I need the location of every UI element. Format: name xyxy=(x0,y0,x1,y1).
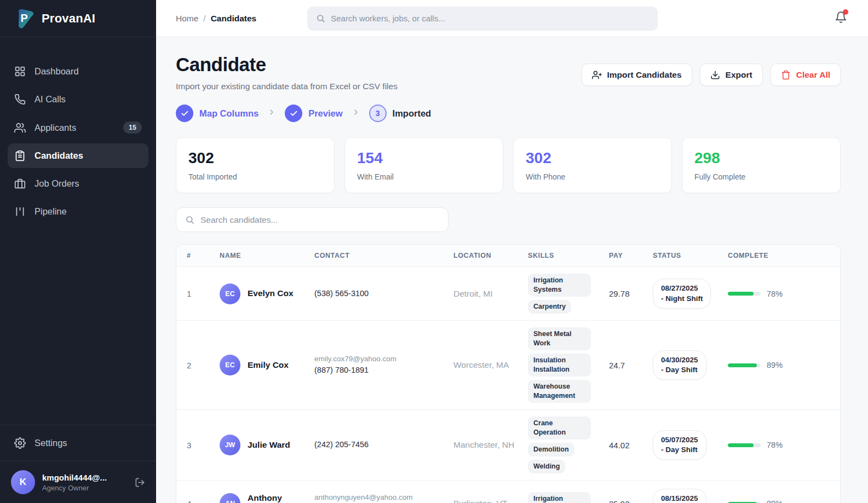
sidebar-item-settings[interactable]: Settings xyxy=(8,431,148,455)
step-check-circle xyxy=(285,105,302,122)
skill-pill: Warehouse Management xyxy=(528,380,591,403)
candidate-search xyxy=(176,207,449,232)
chevron-right-icon xyxy=(267,108,276,119)
import-candidates-button[interactable]: Import Candidates xyxy=(582,63,692,86)
candidates-table: # NAME CONTACT LOCATION SKILLS PAY STATU… xyxy=(176,244,841,503)
col-header-contact: CONTACT xyxy=(314,245,453,267)
sidebar: P ProvanAI Dashboard AI Calls Applicants… xyxy=(0,0,156,503)
sidebar-item-applicants[interactable]: Applicants 15 xyxy=(8,115,148,140)
avatar: AN xyxy=(220,493,240,503)
skill-pill: Insulation Installation xyxy=(528,354,591,377)
status-shift: - Night Shift xyxy=(661,294,703,303)
page-title-block: Candidate Import your existing candidate… xyxy=(176,54,398,91)
sidebar-nav: Dashboard AI Calls Applicants 15 Candida… xyxy=(0,37,156,425)
step-map-columns[interactable]: Map Columns xyxy=(176,105,258,122)
page-actions: Import Candidates Export Clear All xyxy=(582,63,841,86)
candidate-name: Evelyn Cox xyxy=(248,288,294,299)
candidate-name: Julie Ward xyxy=(248,440,290,450)
sidebar-item-candidates[interactable]: Candidates xyxy=(8,143,148,168)
avatar: EC xyxy=(220,355,240,375)
candidate-email: anthonynguyen4@yahoo.com xyxy=(314,492,448,503)
user-email: kmgohil4444@... xyxy=(42,473,107,482)
stat-value: 302 xyxy=(188,149,322,167)
sidebar-item-job-orders[interactable]: Job Orders xyxy=(8,171,148,196)
candidate-location: Burlington, VT xyxy=(453,489,528,503)
skills-cell: Crane Operation Demolition Welding xyxy=(528,410,609,480)
user-info: kmgohil4444@... Agency Owner xyxy=(42,473,107,492)
stat-label: With Email xyxy=(357,172,491,181)
import-candidates-label: Import Candidates xyxy=(607,70,682,80)
svg-text:P: P xyxy=(20,11,27,24)
user-role: Agency Owner xyxy=(42,484,107,492)
skill-pill: Demolition xyxy=(528,443,574,456)
export-button[interactable]: Export xyxy=(700,63,763,86)
step-check-circle xyxy=(176,105,193,122)
sidebar-item-label: Job Orders xyxy=(35,178,79,189)
global-search-input[interactable] xyxy=(331,14,649,23)
step-number-circle: 3 xyxy=(369,105,387,122)
status-date: 08/27/2025 xyxy=(661,284,698,292)
candidate-location: Worcester, MA xyxy=(453,351,528,379)
status-shift: - Day Shift xyxy=(661,446,698,454)
skills-cell: Sheet Metal Work Insulation Installation… xyxy=(528,321,609,409)
contact-cell: anthonynguyen4@yahoo.com (802) 204-7100 xyxy=(314,484,453,503)
sidebar-item-label: Applicants xyxy=(35,123,76,133)
sidebar-item-dashboard[interactable]: Dashboard xyxy=(8,59,148,84)
candidate-pay: 44.02 xyxy=(609,432,653,458)
stat-with-phone: 302 With Phone xyxy=(513,137,672,193)
notifications-button[interactable] xyxy=(835,11,847,26)
clear-all-button[interactable]: Clear All xyxy=(771,63,841,86)
progress-fill xyxy=(728,292,754,296)
applicants-count-badge: 15 xyxy=(123,122,142,134)
breadcrumb: Home / Candidates xyxy=(176,14,256,24)
progress-bar xyxy=(728,292,761,296)
col-header-num: # xyxy=(176,245,220,267)
main-area: Home / Candidates Candidate Import your … xyxy=(156,0,868,503)
candidate-phone: (242) 205-7456 xyxy=(314,439,448,451)
search-icon xyxy=(185,215,194,224)
trash-icon xyxy=(781,70,791,80)
skills-cell: Irrigation Systems xyxy=(528,485,609,503)
col-header-location: LOCATION xyxy=(453,245,528,267)
provanai-logo-icon: P xyxy=(14,8,35,29)
step-label: Preview xyxy=(308,108,342,119)
status-cell: 08/15/2025- Day Shift xyxy=(653,481,728,503)
skill-pill: Welding xyxy=(528,460,565,473)
complete-cell: 89% xyxy=(728,352,840,378)
breadcrumb-home[interactable]: Home xyxy=(176,14,198,24)
status-shift: - Day Shift xyxy=(661,366,698,374)
stat-value: 154 xyxy=(357,149,491,167)
step-preview[interactable]: Preview xyxy=(285,105,342,122)
stat-label: With Phone xyxy=(526,172,659,181)
status-date: 05/07/2025 xyxy=(661,436,698,444)
progress-bar xyxy=(728,363,761,367)
users-icon xyxy=(14,122,26,134)
progress-bar xyxy=(728,443,761,447)
sidebar-item-pipeline[interactable]: Pipeline xyxy=(8,199,148,224)
candidate-phone: (538) 565-3100 xyxy=(314,288,448,300)
dashboard-icon xyxy=(14,66,26,77)
candidate-location: Detroit, MI xyxy=(453,280,528,308)
search-icon xyxy=(316,14,325,23)
status-date: 04/30/2025 xyxy=(661,356,698,364)
table-row: 3 JW Julie Ward (242) 205-7456 Mancheste… xyxy=(176,410,840,481)
logout-button[interactable] xyxy=(135,477,145,488)
skill-pill: Irrigation Systems xyxy=(528,274,591,297)
gear-icon xyxy=(14,437,26,449)
candidate-name-cell: EC Emily Cox xyxy=(220,346,314,384)
sidebar-item-ai-calls[interactable]: AI Calls xyxy=(8,87,148,112)
candidate-search-input[interactable] xyxy=(200,215,439,225)
status-badge: 08/15/2025- Day Shift xyxy=(653,489,706,503)
status-cell: 04/30/2025- Day Shift xyxy=(653,342,728,388)
page-header: Candidate Import your existing candidate… xyxy=(176,54,841,91)
top-header-bar: Home / Candidates xyxy=(156,0,868,37)
brand-name: ProvanAI xyxy=(42,11,95,26)
candidate-name: Emily Cox xyxy=(248,360,289,371)
stat-value: 298 xyxy=(694,149,828,167)
row-number: 3 xyxy=(176,432,220,458)
stat-label: Total Imported xyxy=(188,172,322,181)
import-stepper: Map Columns Preview 3 Imported xyxy=(176,105,841,122)
complete-percent: 89% xyxy=(767,499,783,503)
avatar: JW xyxy=(220,435,240,455)
global-search xyxy=(307,7,658,31)
